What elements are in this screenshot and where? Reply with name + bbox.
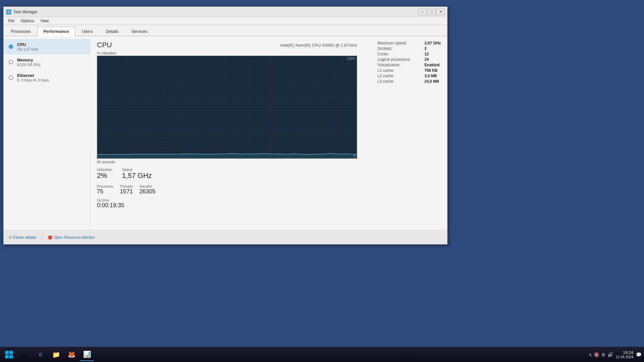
tab-details[interactable]: Details: [99, 27, 125, 36]
info-sockets: Sockets: 2: [377, 46, 441, 51]
clock[interactable]: 19:24 11.04.2024: [616, 350, 633, 359]
tray-network[interactable]: 🖥: [601, 352, 606, 357]
processes-label: Processes: [97, 184, 113, 188]
resource-monitor-icon: 🔴: [48, 235, 52, 240]
sidebar-ethernet-name: Ethernet: [17, 73, 85, 78]
start-button[interactable]: [3, 348, 15, 361]
close-button[interactable]: ✕: [436, 9, 445, 15]
memory-indicator: [9, 60, 13, 64]
tab-users[interactable]: Users: [76, 27, 99, 36]
stat-utilization: Utilization 2%: [97, 166, 112, 181]
open-resource-monitor-button[interactable]: 🔴 Open Resource Monitor: [48, 235, 95, 240]
utilization-label: Utilization: [97, 168, 112, 172]
bottom-separator: |: [41, 235, 43, 240]
l3-value: 24,0 MB: [424, 79, 439, 84]
cpu-header: CPU Intel(R) Xeon(R) CPU X5650 @ 2.67GHz: [97, 41, 357, 49]
info-l3: L3 cache: 24,0 MB: [377, 79, 441, 84]
stats-row-1: Utilization 2% Speed 1,57 GHz: [97, 166, 357, 181]
taskbar-app-ie[interactable]: e: [33, 348, 48, 361]
stat-threads: Threads 1571: [120, 184, 133, 196]
menu-file[interactable]: File: [5, 18, 17, 24]
menu-bar: File Options View: [4, 17, 447, 25]
l1-value: 768 KB: [424, 68, 438, 73]
sidebar-cpu-detail: 2% 1,57 GHz: [17, 47, 85, 51]
cores-value: 12: [424, 52, 429, 56]
stat-speed: Speed 1,57 GHz: [122, 166, 152, 181]
tab-services[interactable]: Services: [125, 27, 154, 36]
desktop: ⚙ Task Manager ─ □ ✕ File Options View P…: [0, 0, 644, 362]
taskbar-tray: ∧ 🔇 🖥 🔊 19:24 11.04.2024 💬: [589, 350, 641, 359]
cpu-chart: 100% 0: [97, 56, 357, 159]
taskmanager-icon: 📊: [83, 350, 91, 358]
taskbar-app-files[interactable]: 📁: [49, 348, 63, 361]
handles-value: 26305: [139, 188, 156, 195]
tab-processes[interactable]: Processes: [5, 27, 37, 36]
chart-time-label: 60 seconds: [97, 160, 357, 164]
info-max-speed: Maximum speed: 2,67 GHz: [377, 41, 441, 45]
menu-options[interactable]: Options: [17, 18, 37, 24]
uptime-section: Up time 0:00:19:35: [97, 198, 357, 209]
chart-label: % Utilization: [97, 51, 357, 55]
tray-volume[interactable]: 🔇: [594, 352, 599, 357]
max-speed-label: Maximum speed:: [377, 41, 419, 45]
sidebar-item-cpu[interactable]: CPU 2% 1,57 GHz: [4, 39, 90, 54]
sockets-value: 2: [424, 46, 427, 51]
info-l2: L2 cache: 3,0 MB: [377, 74, 441, 78]
minimize-button[interactable]: ─: [418, 9, 427, 15]
sidebar-cpu-name: CPU: [17, 42, 85, 47]
taskbar: 🗂 e 📁 🦊 📊 ∧ 🔇 🖥 🔊 19:24: [0, 347, 644, 362]
max-speed-value: 2,67 GHz: [424, 41, 441, 45]
stat-processes: Processes 75: [97, 184, 113, 196]
speed-value: 1,57 GHz: [122, 172, 152, 180]
sidebar-memory-detail: 6/128 GB (5%): [17, 63, 85, 67]
taskbar-app-explorer[interactable]: 🗂: [18, 348, 32, 361]
stat-handles: Handles 26305: [139, 184, 156, 196]
firefox-icon: 🦊: [68, 351, 76, 358]
sidebar-memory-name: Memory: [17, 58, 85, 62]
l1-label: L1 cache:: [377, 68, 419, 73]
taskbar-app-taskmanager[interactable]: 📊: [80, 348, 94, 361]
uptime-label: Up time: [97, 198, 357, 202]
cpu-info-table: Maximum speed: 2,67 GHz Sockets: 2 Cores…: [377, 41, 441, 85]
info-virt: Virtualization: Enabled: [377, 63, 441, 67]
uptime-value: 0:00:19:35: [97, 202, 357, 209]
menu-view[interactable]: View: [37, 18, 52, 24]
sidebar-ethernet-detail: S: 0 Kbps R: 0 Kbps: [17, 78, 85, 82]
clock-time: 19:24: [616, 350, 633, 355]
info-cores: Cores: 12: [377, 52, 441, 56]
svg-marker-20: [97, 153, 357, 158]
taskbar-app-firefox[interactable]: 🦊: [64, 348, 79, 361]
ethernet-indicator: [9, 75, 13, 80]
maximize-button[interactable]: □: [427, 9, 436, 15]
utilization-value: 2%: [97, 172, 112, 180]
sidebar-item-memory[interactable]: Memory 6/128 GB (5%): [4, 54, 90, 70]
logical-label: Logical processors:: [377, 57, 419, 62]
bottom-bar: ⊙ Fewer details | 🔴 Open Resource Monito…: [4, 230, 447, 244]
explorer-icon: 🗂: [22, 351, 28, 358]
info-logical: Logical processors: 24: [377, 57, 441, 62]
windows-logo: [5, 351, 13, 358]
l3-label: L3 cache:: [377, 79, 419, 84]
threads-label: Threads: [120, 184, 133, 188]
tray-chevron[interactable]: ∧: [589, 352, 592, 357]
window-title: Task Manager: [13, 10, 418, 14]
tray-notification[interactable]: 💬: [636, 352, 641, 357]
fewer-details-button[interactable]: ⊙ Fewer details: [9, 235, 36, 240]
tray-speaker[interactable]: 🔊: [608, 352, 613, 357]
tray-icons: ∧ 🔇 🖥 🔊: [589, 352, 613, 357]
title-bar: ⚙ Task Manager ─ □ ✕: [4, 7, 447, 17]
fewer-details-label: Fewer details: [13, 235, 36, 240]
tab-performance[interactable]: Performance: [37, 27, 75, 36]
main-content: CPU 2% 1,57 GHz Memory 6/128 GB (5%) Eth…: [4, 36, 447, 230]
sidebar-item-ethernet[interactable]: Ethernet S: 0 Kbps R: 0 Kbps: [4, 70, 90, 85]
cpu-title: CPU: [97, 41, 112, 49]
fewer-details-icon: ⊙: [9, 235, 12, 240]
app-icon: ⚙: [6, 9, 11, 14]
l2-value: 3,0 MB: [424, 74, 437, 78]
handles-label: Handles: [139, 184, 156, 188]
cpu-indicator: [9, 44, 13, 49]
cpu-chart-svg: [97, 56, 357, 158]
tab-bar: Processes Performance Users Details Serv…: [4, 25, 447, 36]
virt-label: Virtualization:: [377, 63, 419, 67]
file-manager-icon: 📁: [52, 351, 60, 358]
